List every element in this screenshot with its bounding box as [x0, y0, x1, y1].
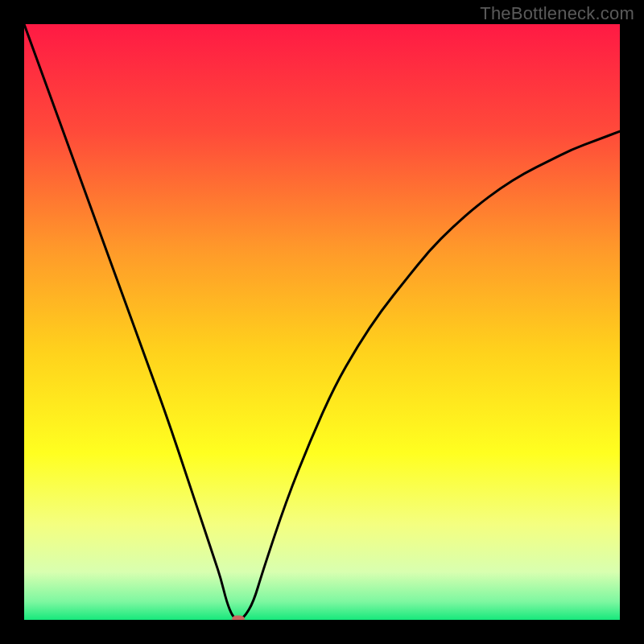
curve-svg [24, 24, 620, 620]
watermark-text: TheBottleneck.com [480, 3, 634, 24]
minimum-marker [232, 616, 245, 621]
bottleneck-curve-path [24, 24, 620, 619]
chart-frame: TheBottleneck.com [0, 0, 644, 644]
plot-area [24, 24, 620, 620]
